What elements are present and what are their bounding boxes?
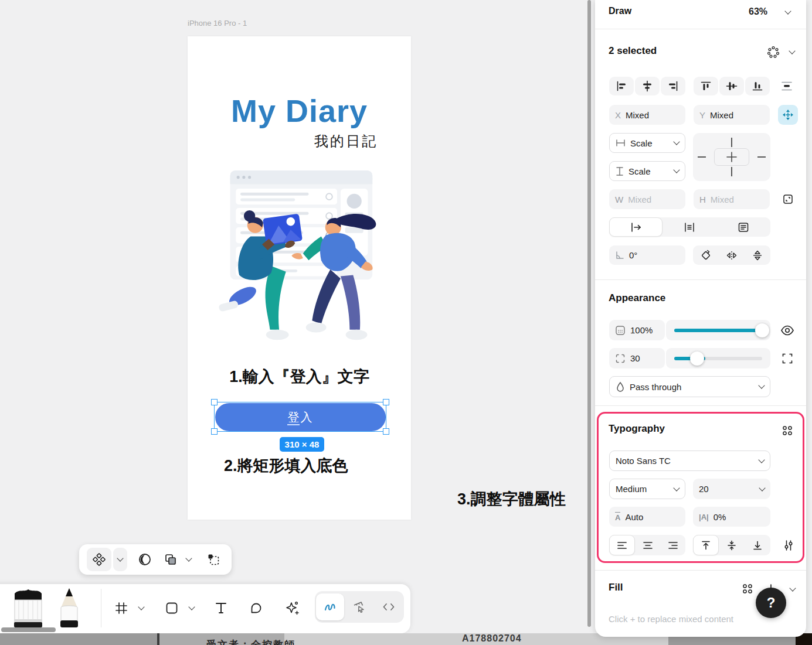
- aspect-ratio-icon: [782, 193, 794, 205]
- annotation-step3: 3.調整字體屬性: [457, 489, 566, 510]
- selection-dropdown[interactable]: [786, 47, 799, 57]
- opacity-slider-thumb[interactable]: [755, 323, 769, 337]
- frame-label[interactable]: iPhone 16 Pro - 1: [188, 19, 247, 28]
- selection-handle-tr[interactable]: [383, 399, 389, 405]
- constraint-tick-right[interactable]: [757, 156, 766, 158]
- mode-design-button[interactable]: [345, 593, 373, 620]
- rotation-input[interactable]: 0°: [609, 245, 685, 265]
- font-size-input[interactable]: 20: [693, 479, 770, 499]
- width-input[interactable]: W Mixed: [609, 189, 685, 209]
- selection-bounding-box[interactable]: [214, 402, 386, 432]
- annotation-step2: 2.將矩形填入底色: [224, 455, 348, 476]
- constraints-widget[interactable]: [693, 133, 770, 181]
- corner-radius-input[interactable]: 30: [609, 348, 665, 368]
- constraint-tick-left[interactable]: [698, 156, 706, 158]
- arrange-tool-button[interactable]: [87, 548, 111, 571]
- line-height-input[interactable]: A Auto: [609, 507, 685, 527]
- vertical-scrollbar[interactable]: [587, 0, 591, 627]
- frame-tool-dropdown[interactable]: [135, 600, 148, 616]
- frame-tool[interactable]: [110, 597, 132, 619]
- chevron-down-icon: [673, 166, 680, 173]
- font-family-value: Noto Sans TC: [616, 456, 671, 466]
- align-text-middle-button[interactable]: [719, 535, 745, 555]
- opacity-input[interactable]: 100%: [609, 320, 665, 340]
- align-bottom-button[interactable]: [745, 77, 770, 95]
- mode-draw-button[interactable]: [316, 593, 344, 620]
- marquee-select-button[interactable]: [201, 548, 226, 571]
- zoom-dropdown[interactable]: [782, 7, 794, 18]
- main-toolbar: [0, 584, 410, 633]
- letter-spacing-input[interactable]: |A| 0%: [693, 507, 770, 527]
- align-top-button[interactable]: [694, 77, 718, 95]
- text-align-right-button[interactable]: [660, 535, 685, 555]
- x-position-input[interactable]: X Mixed: [609, 105, 685, 125]
- fill-title: Fill: [609, 582, 623, 593]
- text-top-icon: [701, 540, 711, 551]
- font-size-value: 20: [699, 484, 709, 494]
- align-left-button[interactable]: [609, 77, 634, 95]
- comment-tool[interactable]: [245, 597, 267, 619]
- flip-horizontal-button[interactable]: [719, 245, 745, 265]
- opacity-slider[interactable]: [666, 320, 770, 340]
- constraint-center[interactable]: [714, 148, 749, 166]
- align-v-center-button[interactable]: [719, 77, 744, 95]
- y-position-input[interactable]: Y Mixed: [694, 105, 770, 125]
- text-tool[interactable]: [210, 597, 232, 619]
- flip-vertical-button[interactable]: [745, 245, 770, 265]
- visibility-button[interactable]: [779, 323, 796, 337]
- corner-radius-slider-thumb[interactable]: [690, 351, 704, 366]
- size-badge: 310 × 48: [280, 437, 324, 452]
- boolean-union-button[interactable]: [159, 548, 182, 571]
- selection-handle-bl[interactable]: [211, 428, 218, 435]
- ai-tool[interactable]: [280, 597, 304, 619]
- constraint-tick-top[interactable]: [731, 138, 732, 147]
- shape-tool-dropdown[interactable]: [185, 600, 198, 616]
- selection-handle-tl[interactable]: [211, 399, 218, 405]
- selection-handle-br[interactable]: [383, 428, 389, 435]
- arrange-dropdown-button[interactable]: [113, 548, 127, 571]
- mode-dev-button[interactable]: [375, 593, 403, 620]
- align-text-top-button[interactable]: [693, 535, 719, 555]
- chevron-down-icon: [784, 8, 791, 14]
- boolean-dropdown-button[interactable]: [182, 548, 195, 571]
- plus-icon: [725, 151, 738, 163]
- corner-radius-slider[interactable]: [666, 348, 770, 368]
- height-input[interactable]: H Mixed: [694, 189, 770, 209]
- shape-tool[interactable]: [161, 597, 183, 619]
- move-tool-button[interactable]: [778, 105, 798, 125]
- chevron-down-icon: [759, 484, 765, 491]
- contrast-tool-button[interactable]: [133, 548, 157, 571]
- type-settings-button[interactable]: [781, 538, 796, 553]
- font-family-dropdown[interactable]: Noto Sans TC: [609, 451, 770, 471]
- align-right-button[interactable]: [661, 77, 685, 95]
- rotate-button[interactable]: [693, 245, 719, 265]
- horizontal-scrollbar[interactable]: [1, 627, 56, 632]
- text-align-left-button[interactable]: [609, 535, 635, 555]
- align-h-center-button[interactable]: [635, 77, 660, 95]
- distribute-button[interactable]: [778, 79, 796, 94]
- font-weight-dropdown[interactable]: Medium: [609, 479, 685, 499]
- typography-widgets-button[interactable]: [780, 423, 795, 438]
- blend-mode-dropdown[interactable]: Pass through: [609, 376, 770, 397]
- lock-aspect-button[interactable]: [780, 192, 796, 207]
- layout-flow-button[interactable]: [609, 217, 662, 237]
- help-button[interactable]: ?: [756, 588, 786, 618]
- align-text-bottom-button[interactable]: [745, 535, 770, 555]
- align-h-center-icon: [641, 80, 653, 92]
- chevron-down-icon: [673, 484, 680, 491]
- zoom-level[interactable]: 63%: [749, 6, 767, 17]
- selection-count: 2 selected: [609, 45, 657, 57]
- constraint-tick-bottom[interactable]: [731, 167, 732, 176]
- fill-widgets-button[interactable]: [740, 582, 755, 596]
- vertical-sizing-dropdown[interactable]: Scale: [609, 161, 685, 181]
- brush-tool[interactable]: [6, 586, 50, 630]
- angle-icon: [615, 251, 624, 260]
- pencil-tool[interactable]: [52, 586, 87, 630]
- layout-list-button[interactable]: [716, 217, 770, 237]
- selection-widgets-button[interactable]: [766, 45, 781, 60]
- text-align-center-button[interactable]: [635, 535, 660, 555]
- layout-columns-button[interactable]: [662, 217, 716, 237]
- horizontal-sizing-dropdown[interactable]: Scale: [609, 133, 685, 153]
- independent-corners-button[interactable]: [780, 351, 794, 366]
- fill-dropdown[interactable]: [786, 584, 799, 595]
